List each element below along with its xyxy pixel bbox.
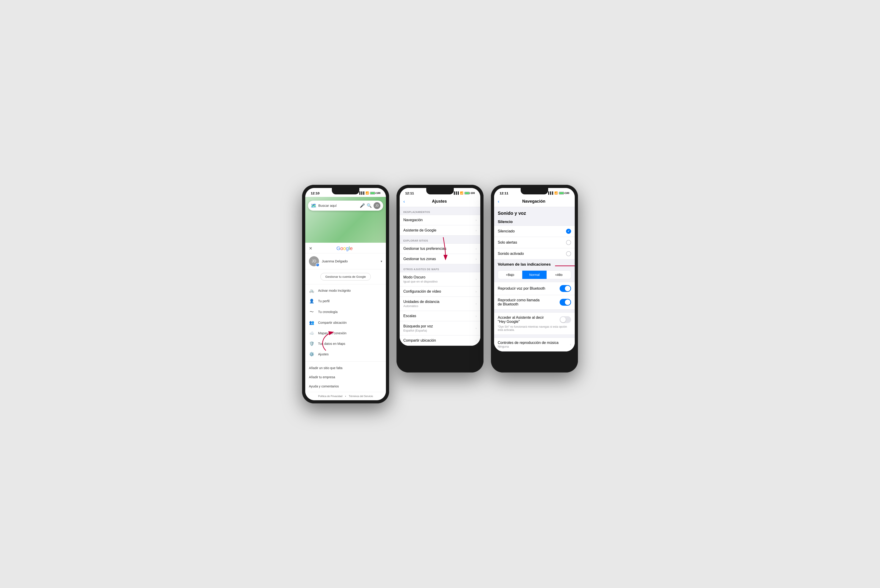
user-avatar-small[interactable]: JD <box>373 202 381 209</box>
vol-btn-bajo[interactable]: +Bajo <box>498 271 522 279</box>
chevron-navegacion: › <box>475 218 477 222</box>
footer-dot: • <box>345 395 346 398</box>
menu-item-timeline[interactable]: 〜 Tu cronología <box>305 306 386 317</box>
battery-3: 100 <box>559 192 569 194</box>
menu-item-add-place[interactable]: Añadir un sitio que falta <box>305 363 386 372</box>
back-button-2[interactable]: ‹ <box>403 199 405 204</box>
status-icons-3: ▐▐▐ 📶 100 <box>547 191 569 195</box>
settings-row-preferencias[interactable]: Gestionar tus preferencias › <box>400 244 480 254</box>
radio-sonido-activado-circle[interactable] <box>566 251 571 256</box>
bluetooth-call-label-line1: Reproducir como llamada <box>498 298 560 302</box>
menu-label-help: Ayuda y comentarios <box>309 384 339 388</box>
menu-item-share-location[interactable]: 👥 Compartir ubicación <box>305 317 386 328</box>
silence-radio-group: Silenciado Solo alertas Sonido activado <box>494 225 575 260</box>
menu-item-incognito[interactable]: 🚲 Activar modo Incógnito <box>305 285 386 296</box>
settings-row-escalas[interactable]: Escalas › <box>400 311 480 321</box>
menu-label-profile: Tu perfil <box>318 299 329 303</box>
settings-row-modo-oscuro[interactable]: Modo Oscuro Igual que en el dispositivo … <box>400 272 480 286</box>
sound-voice-title: Sonido y voz <box>494 207 575 217</box>
menu-item-help[interactable]: Ayuda y comentarios <box>305 382 386 391</box>
settings-row-compartir[interactable]: Compartir ubicación › <box>400 336 480 345</box>
settings-row-video[interactable]: Configuración de vídeo › <box>400 286 480 297</box>
hey-google-label-line2: "Hey Google" <box>498 320 560 324</box>
settings-title: Ajustes <box>408 199 471 204</box>
phone-1: 12:10 ▐▐▐ 📶 100 🗺️ Bu <box>302 185 389 404</box>
radio-sonido-activado[interactable]: Sonido activado <box>494 248 575 259</box>
search-bar[interactable]: 🗺️ Buscar aquí 🎤 🔍 JD <box>308 201 383 211</box>
bluetooth-voice-toggle[interactable] <box>560 285 571 292</box>
menu-label-incognito: Activar modo Incógnito <box>318 289 350 292</box>
profile-icon: 👤 <box>309 298 314 304</box>
back-button-3[interactable]: ‹ <box>498 199 499 204</box>
chevron-asistente: › <box>475 228 477 232</box>
hey-google-toggle[interactable] <box>560 316 571 323</box>
bluetooth-call-row: Reproducir como llamada de Bluetooth <box>494 295 575 310</box>
escalas-label: Escalas <box>403 314 475 318</box>
menu-label-timeline: Tu cronología <box>318 310 338 314</box>
settings-header: ‹ Ajustes <box>400 197 480 207</box>
vol-btn-alto[interactable]: +Alto <box>547 271 571 279</box>
explorar-group: Gestionar tus preferencias › Gestionar t… <box>400 243 480 264</box>
chevron-music: › <box>570 342 571 346</box>
status-icons-1: ▐▐▐ 📶 100 <box>358 191 381 195</box>
chevron-distancia: › <box>475 302 477 306</box>
phone-2: 12:11 ▐▐▐ 📶 100 ‹ Ajustes <box>396 185 484 372</box>
extra-menu-items: Añadir un sitio que falta Añadir tu empr… <box>305 363 386 392</box>
music-controls-container: Controles de reproducción de música Ning… <box>498 341 570 348</box>
privacy-link[interactable]: Política de Privacidad <box>318 395 342 398</box>
menu-item-data[interactable]: 🛡️ Tus datos en Maps <box>305 338 386 349</box>
section-label-explorar: EXPLORAR SITIOS <box>400 236 480 243</box>
menu-label-add-place: Añadir un sitio que falta <box>309 366 342 370</box>
section-label-otros: OTROS AJUSTES DE MAPS <box>400 264 480 272</box>
silenciado-label: Silenciado <box>498 229 566 233</box>
radio-silenciado[interactable]: Silenciado <box>494 226 575 237</box>
nav-page-title: Navegación <box>502 199 566 204</box>
music-controls-row[interactable]: Controles de reproducción de música Ning… <box>494 338 575 351</box>
mic-icon[interactable]: 🎤 <box>360 203 365 208</box>
radio-solo-alertas[interactable]: Solo alertas <box>494 237 575 248</box>
modo-oscuro-label: Modo Oscuro <box>403 275 475 279</box>
lens-icon[interactable]: 🔍 <box>367 203 372 208</box>
settings-row-navegacion[interactable]: Navegación › <box>400 215 480 225</box>
silence-title: Silencio <box>494 217 575 225</box>
bluetooth-call-toggle[interactable] <box>560 299 571 306</box>
avatar-badge: ✎ <box>316 263 319 267</box>
chevron-modo-oscuro: › <box>475 277 477 281</box>
menu-item-add-business[interactable]: Añadir tu empresa <box>305 372 386 382</box>
hey-google-label-line1: Acceder al Asistente al decir <box>498 315 560 320</box>
menu-item-profile[interactable]: 👤 Tu perfil <box>305 296 386 306</box>
section-label-desplazamientos: DESPLAZAMIENTOS <box>400 207 480 215</box>
volume-buttons: +Bajo Normal +Alto <box>498 270 571 279</box>
close-button[interactable]: ✕ <box>309 246 312 251</box>
chevron-zonas: › <box>475 257 477 261</box>
menu-label-offline: Mapas sin conexión <box>318 332 346 335</box>
vol-btn-normal[interactable]: Normal <box>522 271 546 279</box>
status-icons-2: ▐▐▐ 📶 100 <box>453 191 475 195</box>
chevron-down-icon[interactable]: ▾ <box>381 260 382 263</box>
busqueda-voz-label: Búsqueda por voz <box>403 324 475 328</box>
manage-account-button[interactable]: Gestionar tu cuenta de Google <box>320 273 370 280</box>
timeline-icon: 〜 <box>309 309 314 315</box>
search-input-text[interactable]: Buscar aquí <box>318 204 358 207</box>
battery-2: 100 <box>465 192 475 194</box>
video-label: Configuración de vídeo <box>403 290 475 294</box>
menu-label-share-location: Compartir ubicación <box>318 321 347 324</box>
radio-silenciado-circle[interactable] <box>566 229 571 234</box>
map-background: 🗺️ Buscar aquí 🎤 🔍 JD <box>305 197 386 243</box>
maps-logo-icon: 🗺️ <box>311 203 316 208</box>
settings-row-busqueda-voz[interactable]: Búsqueda por voz Español (España) › <box>400 321 480 336</box>
radio-solo-alertas-circle[interactable] <box>566 240 571 245</box>
notch-2 <box>426 188 454 194</box>
menu-label-add-business: Añadir tu empresa <box>309 375 335 379</box>
settings-row-asistente[interactable]: Asistente de Google › <box>400 225 480 236</box>
zonas-label: Gestionar tus zonas <box>403 257 475 261</box>
incognito-icon: 🚲 <box>309 288 314 293</box>
asistente-label: Asistente de Google <box>403 228 475 232</box>
settings-row-zonas[interactable]: Gestionar tus zonas › <box>400 254 480 264</box>
menu-item-offline[interactable]: ☁️ Mapas sin conexión <box>305 328 386 338</box>
menu-item-settings[interactable]: ⚙️ Ajustes <box>305 349 386 360</box>
settings-row-distancia[interactable]: Unidades de distancia Automático › <box>400 297 480 311</box>
terms-link[interactable]: Términos del Servicio <box>349 395 373 398</box>
status-time-3: 12:11 <box>499 191 508 195</box>
hey-google-label-container: Acceder al Asistente al decir "Hey Googl… <box>498 315 560 324</box>
